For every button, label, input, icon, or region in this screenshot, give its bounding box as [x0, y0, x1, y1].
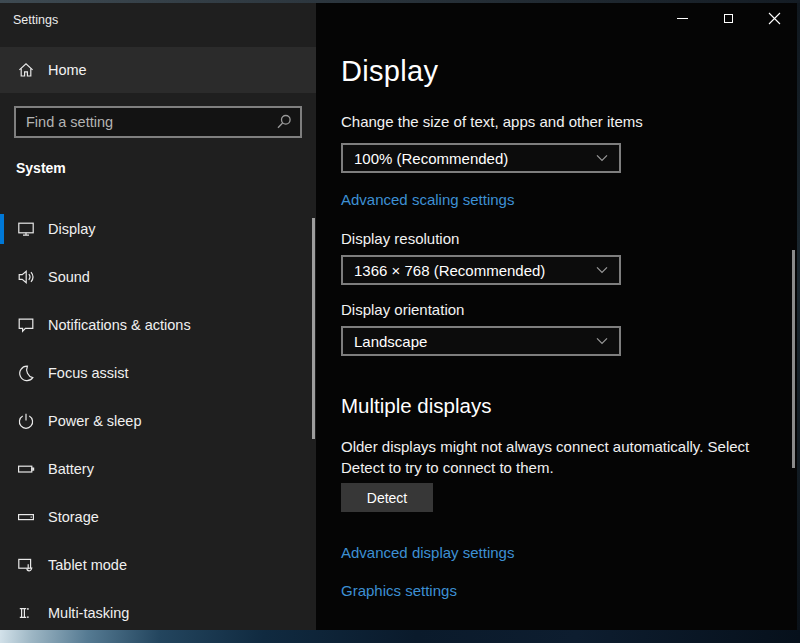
chevron-down-icon — [596, 154, 608, 162]
sidebar-item-power-sleep[interactable]: Power & sleep — [0, 397, 316, 445]
page-title: Display — [341, 52, 772, 90]
sidebar-item-home[interactable]: Home — [0, 47, 316, 93]
sidebar-item-label: Sound — [48, 269, 90, 285]
chevron-down-icon — [596, 266, 608, 274]
sidebar-item-label: Multi-tasking — [48, 605, 129, 621]
sidebar-item-notifications[interactable]: Notifications & actions — [0, 301, 316, 349]
sidebar: Settings Home System — [0, 3, 316, 630]
display-settings-content: Display Change the size of text, apps an… — [316, 52, 772, 601]
settings-window: Settings Home System — [0, 3, 797, 630]
sidebar-item-home-label: Home — [48, 62, 87, 78]
battery-icon — [16, 459, 36, 479]
sidebar-item-label: Storage — [48, 509, 99, 525]
search-box — [14, 106, 302, 138]
multiple-displays-heading: Multiple displays — [341, 392, 772, 419]
sidebar-item-sound[interactable]: Sound — [0, 253, 316, 301]
desktop-background-bottom — [0, 630, 800, 643]
sidebar-nav-list: Display Sound Notifications & actions — [0, 205, 316, 630]
sidebar-item-label: Focus assist — [48, 365, 129, 381]
sidebar-item-battery[interactable]: Battery — [0, 445, 316, 493]
orientation-select[interactable]: Landscape — [341, 326, 621, 356]
multiple-displays-description: Older displays might not always connect … — [341, 436, 772, 478]
sound-icon — [16, 267, 36, 287]
sidebar-section-header: System — [16, 160, 316, 178]
detect-button[interactable]: Detect — [341, 483, 433, 512]
advanced-display-settings-link[interactable]: Advanced display settings — [341, 543, 514, 563]
sidebar-item-label: Power & sleep — [48, 413, 142, 429]
minimize-icon — [677, 18, 688, 19]
notifications-icon — [16, 315, 36, 335]
search-icon — [275, 113, 293, 131]
orientation-label: Display orientation — [341, 300, 772, 320]
scale-select[interactable]: 100% (Recommended) — [341, 143, 621, 173]
window-controls — [659, 3, 797, 33]
selected-accent-bar — [0, 214, 4, 244]
orientation-select-value: Landscape — [354, 333, 427, 350]
scale-select-value: 100% (Recommended) — [354, 150, 508, 167]
advanced-scaling-link[interactable]: Advanced scaling settings — [341, 190, 514, 210]
app-title: Settings — [0, 3, 316, 47]
power-icon — [16, 411, 36, 431]
sidebar-item-label: Tablet mode — [48, 557, 127, 573]
minimize-button[interactable] — [659, 3, 705, 33]
sidebar-item-display[interactable]: Display — [0, 205, 316, 253]
tablet-mode-icon — [16, 555, 36, 575]
sidebar-scrollbar[interactable] — [312, 218, 315, 439]
sidebar-item-label: Notifications & actions — [48, 317, 191, 333]
sidebar-item-multitasking[interactable]: Multi-tasking — [0, 589, 316, 630]
chevron-down-icon — [596, 337, 608, 345]
maximize-icon — [724, 14, 733, 23]
sidebar-item-focus-assist[interactable]: Focus assist — [0, 349, 316, 397]
resolution-label: Display resolution — [341, 229, 772, 249]
home-icon — [16, 60, 36, 80]
scale-label: Change the size of text, apps and other … — [341, 112, 772, 132]
close-icon — [768, 12, 781, 25]
graphics-settings-link[interactable]: Graphics settings — [341, 581, 457, 601]
display-icon — [16, 219, 36, 239]
resolution-select-value: 1366 × 768 (Recommended) — [354, 262, 545, 279]
focus-assist-icon — [16, 363, 36, 383]
sidebar-item-label: Display — [48, 221, 96, 237]
search-input[interactable] — [14, 106, 302, 138]
main-panel: Display Change the size of text, apps an… — [316, 3, 797, 630]
sidebar-item-tablet-mode[interactable]: Tablet mode — [0, 541, 316, 589]
sidebar-item-label: Battery — [48, 461, 94, 477]
resolution-select[interactable]: 1366 × 768 (Recommended) — [341, 255, 621, 285]
multitasking-icon — [16, 603, 36, 623]
storage-icon — [16, 507, 36, 527]
close-button[interactable] — [751, 3, 797, 33]
main-scrollbar[interactable] — [792, 250, 795, 468]
sidebar-item-storage[interactable]: Storage — [0, 493, 316, 541]
maximize-button[interactable] — [705, 3, 751, 33]
